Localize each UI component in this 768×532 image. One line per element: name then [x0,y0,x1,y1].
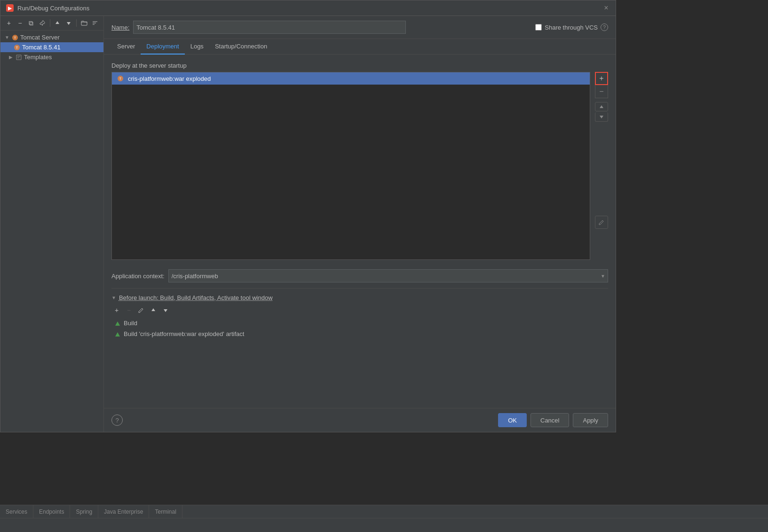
app-context-dropdown-wrapper: /cris-platformweb ▼ [168,269,608,282]
tab-deployment[interactable]: Deployment [141,39,184,55]
deploy-list: T cris-platformweb:war exploded [111,72,590,260]
copy-config-button[interactable]: ⧉ [26,18,36,28]
move-up-button[interactable] [53,18,63,28]
share-help-icon[interactable]: ? [601,23,608,31]
scroll-up-button[interactable] [595,102,608,111]
deploy-section-label: Deploy at the server startup [111,62,608,69]
remove-deployment-icon: − [599,87,603,96]
bottom-tab-spring-label: Spring [76,509,92,515]
before-launch-section: ▼ Before launch: Build, Build Artifacts,… [111,288,608,339]
sort-button[interactable] [90,18,100,28]
name-label: Name: [111,24,129,31]
bottom-tab-java-enterprise[interactable]: Java Enterprise [98,505,149,518]
before-launch-move-up-button[interactable] [148,305,158,315]
left-panel: + − ⧉ [0,16,104,432]
tab-deployment-content: Deploy at the server startup T cris-plat… [104,55,616,408]
statusbar [0,518,768,532]
tree-item-tomcat-8541[interactable]: T Tomcat 8.5.41 [0,42,103,52]
deploy-list-container: T cris-platformweb:war exploded + [111,72,608,260]
svg-text:T: T [14,36,16,40]
build-icon [114,320,121,327]
title-bar-left: ▶ Run/Debug Configurations [6,4,89,12]
before-launch-item-artifact: Build 'cris-platformweb:war exploded' ar… [111,329,608,339]
add-deployment-icon: + [599,74,603,83]
before-launch-move-down-button[interactable] [160,305,171,315]
tree-group-label: Tomcat Server [20,34,60,41]
svg-marker-0 [55,21,59,24]
before-launch-title: Before launch: Build, Build Artifacts, A… [119,294,273,301]
templates-label: Templates [24,54,52,61]
close-button[interactable]: × [602,4,610,12]
svg-text:T: T [119,77,122,80]
edit-deployment-button[interactable] [595,216,608,229]
deploy-list-item[interactable]: T cris-platformweb:war exploded [112,72,590,85]
share-vcs-section: Share through VCS ? [535,23,608,31]
share-vcs-checkbox[interactable] [535,24,542,31]
share-vcs-label: Share through VCS [545,24,598,31]
name-row: Name: Share through VCS ? [104,16,616,39]
svg-rect-2 [81,22,87,25]
tomcat-group-icon: T [12,34,18,41]
before-launch-items: Build Build 'cris-platformweb:war explod… [111,318,608,339]
scroll-down-button[interactable] [595,112,608,122]
footer-help-button[interactable]: ? [111,415,123,426]
templates-arrow: ▶ [8,55,14,60]
bottom-tab-bar: Services Endpoints Spring Java Enterpris… [0,505,768,518]
config-tree: ▼ T Tomcat Server T Tomcat 8.5.41 ▶ [0,31,103,432]
name-input[interactable] [133,21,406,34]
toolbar-separator-2 [76,19,77,27]
dialog-body: + − ⧉ [0,16,616,432]
tree-item-label: Tomcat 8.5.41 [22,44,61,51]
before-launch-expand-icon[interactable]: ▼ [111,295,116,300]
before-launch-add-button[interactable]: + [111,305,122,315]
toolbar-separator [50,19,50,27]
dialog-footer: ? OK Cancel Apply [104,408,616,432]
remove-deployment-button[interactable]: − [595,85,608,98]
app-context-dropdown[interactable]: /cris-platformweb [168,269,608,282]
before-launch-item-build-label: Build [124,320,137,327]
cancel-button[interactable]: Cancel [530,413,569,427]
add-deployment-button[interactable]: + [595,72,608,85]
wrench-button[interactable] [38,18,47,28]
tomcat-item-icon: T [14,44,20,51]
move-down-button[interactable] [64,18,73,28]
tab-startup-connection[interactable]: Startup/Connection [209,39,273,55]
before-launch-remove-button[interactable]: − [124,305,134,315]
folder-button[interactable] [79,18,89,28]
right-panel: Name: Share through VCS ? Server Deploym… [104,16,616,432]
svg-marker-16 [151,308,155,311]
deploy-section: Deploy at the server startup T cris-plat… [111,62,608,260]
deploy-side-buttons: + − [595,72,608,229]
before-launch-item-artifact-label: Build 'cris-platformweb:war exploded' ar… [124,330,244,337]
svg-marker-1 [67,22,71,25]
before-launch-header: ▼ Before launch: Build, Build Artifacts,… [111,294,608,301]
app-icon: ▶ [6,4,14,12]
bottom-tab-endpoints[interactable]: Endpoints [33,505,70,518]
deploy-item-text: cris-platformweb:war exploded [128,75,211,82]
tree-group-tomcat[interactable]: ▼ T Tomcat Server [0,32,103,42]
before-launch-toolbar: + − [111,305,608,315]
deploy-scroll-arrows [595,102,608,122]
bottom-tab-terminal-label: Terminal [155,509,176,515]
config-toolbar: + − ⧉ [0,16,103,31]
app-context-row: Application context: /cris-platformweb ▼ [111,269,608,282]
bottom-tab-terminal[interactable]: Terminal [149,505,182,518]
before-launch-edit-button[interactable] [136,305,146,315]
apply-button[interactable]: Apply [573,413,608,427]
run-debug-dialog: ▶ Run/Debug Configurations × + − ⧉ [0,0,616,432]
before-launch-item-build: Build [111,318,608,328]
ok-button[interactable]: OK [498,413,527,427]
tree-item-templates[interactable]: ▶ Templates [0,52,103,62]
tab-logs[interactable]: Logs [185,39,209,55]
tab-bar: Server Deployment Logs Startup/Connectio… [104,39,616,55]
tree-expand-arrow: ▼ [4,35,10,40]
svg-text:T: T [16,46,18,50]
tab-server[interactable]: Server [111,39,141,55]
bottom-tab-services[interactable]: Services [0,505,33,518]
add-config-button[interactable]: + [4,18,14,28]
svg-marker-14 [600,105,603,108]
svg-marker-15 [600,116,603,118]
edit-button-spacer [595,216,608,229]
remove-config-button[interactable]: − [16,18,25,28]
bottom-tab-spring[interactable]: Spring [70,505,98,518]
